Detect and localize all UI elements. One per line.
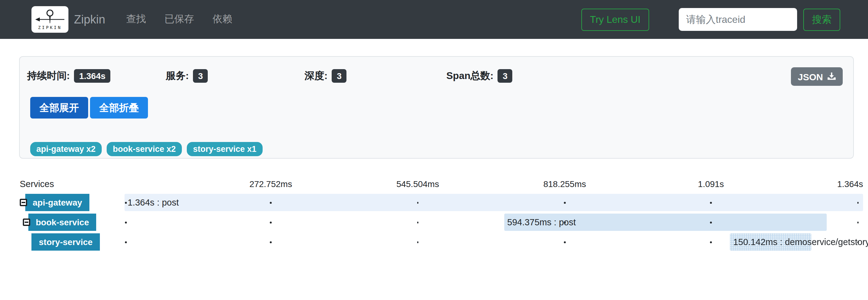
stat-duration: 持续时间: 1.364s xyxy=(27,69,166,83)
timeline-tick-dot xyxy=(710,241,712,243)
stat-total-spans: Span总数: 3 xyxy=(446,69,779,83)
stat-duration-value: 1.364s xyxy=(74,69,111,83)
stat-depth-value: 3 xyxy=(332,69,347,83)
nav-item-dependencies[interactable]: 依赖 xyxy=(206,9,238,30)
stat-services-value: 3 xyxy=(193,69,208,83)
timeline-tick-dot xyxy=(417,202,418,203)
timeline-tick-dot xyxy=(564,241,565,243)
traceid-search-input[interactable] xyxy=(679,8,797,31)
service-badge-api-gateway[interactable]: api-gateway x2 xyxy=(30,142,102,156)
navbar-right: Try Lens UI 搜索 xyxy=(581,8,840,31)
ruler-mark: 818.255ms xyxy=(544,179,586,189)
service-badge-story-service[interactable]: story-service x1 xyxy=(187,142,262,156)
zipkin-pin-icon: ZIPKIN xyxy=(34,8,66,31)
services-column-header: Services xyxy=(20,179,54,189)
stat-duration-label: 持续时间: xyxy=(27,70,70,82)
span-bar-label: 594.375ms : post xyxy=(507,214,576,231)
zipkin-trace-page: ZIPKIN Zipkin 查找 已保存 依赖 Try Lens UI 搜索 持… xyxy=(0,0,868,300)
timeline-tick-dot xyxy=(270,241,272,243)
stat-depth: 深度: 3 xyxy=(305,69,446,83)
stat-depth-label: 深度: xyxy=(305,70,328,82)
stat-services: 服务: 3 xyxy=(166,69,305,83)
stat-total-spans-value: 3 xyxy=(498,69,513,83)
ruler-mark: 272.752ms xyxy=(249,179,292,189)
timeline-tick-dot xyxy=(417,222,418,223)
span-bar-label: 150.142ms : demoservice/getstory xyxy=(733,233,868,251)
timeline-tick-dot xyxy=(270,222,272,223)
timeline-tick-dot xyxy=(270,202,272,203)
timeline-tick-dot xyxy=(125,241,127,243)
timeline-tick-dot xyxy=(710,202,712,203)
timeline-header: Services 272.752ms545.504ms818.255ms1.09… xyxy=(0,179,868,193)
trace-row-api-gateway: api-gateway 1.364s : post xyxy=(0,194,868,211)
search-button[interactable]: 搜索 xyxy=(803,8,840,31)
timeline-tick-dot xyxy=(125,202,127,203)
span-bar-api-gateway[interactable]: 1.364s : post xyxy=(125,194,863,211)
service-badges: api-gateway x2 book-service x2 story-ser… xyxy=(30,142,262,156)
collapse-toggle-icon[interactable] xyxy=(23,219,30,226)
trace-summary-panel: 持续时间: 1.364s 服务: 3 深度: 3 Span总数: 3 JSON xyxy=(19,56,854,159)
timeline-tick-dot xyxy=(125,222,127,223)
timeline-track: 1.364s : post xyxy=(125,194,863,211)
timeline-tick-dot xyxy=(857,222,859,223)
timeline-ruler: 272.752ms545.504ms818.255ms1.091s1.364s xyxy=(125,179,863,193)
service-label-story-service[interactable]: story-service xyxy=(31,233,100,251)
navbar: ZIPKIN Zipkin 查找 已保存 依赖 Try Lens UI 搜索 xyxy=(0,0,868,39)
json-download-button[interactable]: JSON xyxy=(791,67,843,86)
span-bar-story-service[interactable]: 150.142ms : demoservice/getstory xyxy=(730,233,812,251)
download-icon xyxy=(827,72,836,81)
trace-row-book-service: book-service 594.375ms : post xyxy=(0,214,868,231)
brand-title[interactable]: Zipkin xyxy=(74,12,105,26)
timeline-tick-dot xyxy=(417,241,418,243)
timeline-tick-dot xyxy=(710,222,712,223)
nav-item-saved[interactable]: 已保存 xyxy=(158,9,200,30)
timeline-tick-dot xyxy=(564,222,565,223)
expand-collapse-buttons: 全部展开 全部折叠 xyxy=(30,97,148,118)
trace-row-story-service: story-service 150.142ms : demoservice/ge… xyxy=(0,233,868,251)
timeline-tick-dot xyxy=(857,202,859,203)
span-bar-book-service[interactable]: 594.375ms : post xyxy=(504,214,827,231)
nav-item-find[interactable]: 查找 xyxy=(120,9,152,30)
timeline-track: 150.142ms : demoservice/getstory xyxy=(125,233,863,251)
service-label-api-gateway[interactable]: api-gateway xyxy=(25,194,89,211)
collapse-toggle-icon[interactable] xyxy=(20,199,27,206)
stat-total-spans-label: Span总数: xyxy=(446,70,494,82)
collapse-all-button[interactable]: 全部折叠 xyxy=(90,97,148,118)
ruler-mark: 545.504ms xyxy=(396,179,439,189)
trace-rows: api-gateway 1.364s : post book-service 5… xyxy=(0,194,868,253)
stat-services-label: 服务: xyxy=(166,70,189,82)
trace-stats: 持续时间: 1.364s 服务: 3 深度: 3 Span总数: 3 xyxy=(27,69,779,83)
timeline-tick-dot xyxy=(564,202,565,203)
span-bar-label: 1.364s : post xyxy=(128,194,179,211)
try-lens-ui-button[interactable]: Try Lens UI xyxy=(581,8,649,31)
service-label-book-service[interactable]: book-service xyxy=(28,214,96,231)
expand-all-button[interactable]: 全部展开 xyxy=(30,97,88,118)
timeline-tick-dot xyxy=(857,241,859,243)
ruler-mark: 1.091s xyxy=(698,179,724,189)
svg-text:ZIPKIN: ZIPKIN xyxy=(38,25,62,30)
zipkin-logo[interactable]: ZIPKIN xyxy=(31,6,68,33)
ruler-mark: 1.364s xyxy=(837,179,863,189)
json-download-label: JSON xyxy=(798,71,823,82)
service-badge-book-service[interactable]: book-service x2 xyxy=(107,142,182,156)
timeline-track: 594.375ms : post xyxy=(125,214,863,231)
